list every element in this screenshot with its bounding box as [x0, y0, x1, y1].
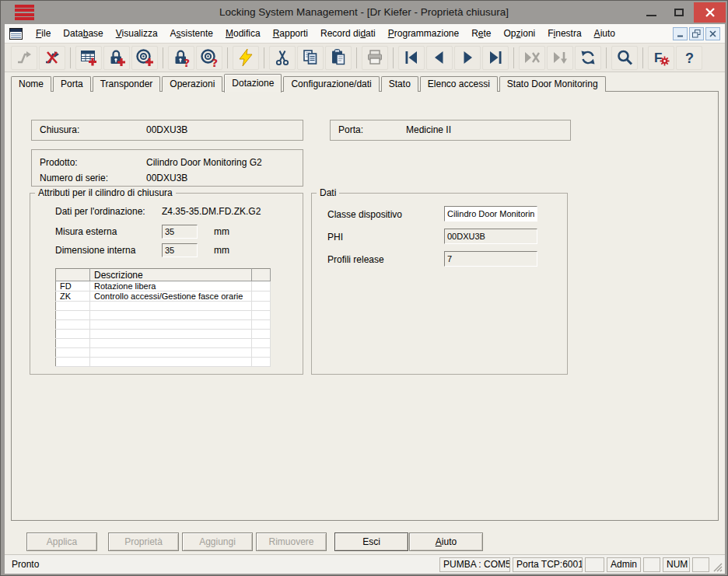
next-record-icon[interactable] — [454, 46, 481, 70]
close-icon — [705, 7, 716, 18]
svg-text:?: ? — [184, 57, 190, 68]
phi-input[interactable] — [444, 229, 537, 244]
menu-visualizza[interactable]: Visualizza — [110, 26, 164, 41]
ordinazione-label: Dati per l'ordinazione: — [55, 206, 145, 217]
menubar: File Database Visualizza Assistente Modi… — [5, 24, 725, 44]
menu-modifica[interactable]: Modifica — [219, 26, 267, 41]
mdi-close-button[interactable] — [705, 27, 720, 40]
menu-file[interactable]: File — [30, 26, 57, 41]
attr-desc: Controllo accessi/Gestione fasce orarie — [90, 291, 252, 302]
maximize-button[interactable] — [667, 1, 691, 24]
prodotto-value: Cilindro Door Monitoring G2 — [146, 155, 262, 170]
minimize-button[interactable] — [639, 1, 663, 24]
esci-button[interactable]: Esci — [334, 532, 408, 551]
close-button[interactable] — [694, 2, 726, 23]
dimensione-interna-input[interactable] — [162, 243, 198, 257]
new-locking-system-icon[interactable] — [75, 46, 102, 70]
maximize-icon — [674, 9, 684, 16]
resize-grip[interactable] — [712, 557, 723, 572]
new-transponder-icon[interactable] — [131, 46, 158, 70]
menu-opzioni[interactable]: Opzioni — [498, 26, 542, 41]
tab-transponder[interactable]: Transponder — [93, 76, 161, 92]
toolbar-separator — [513, 47, 514, 68]
menu-programmazione[interactable]: Programmazione — [382, 26, 465, 41]
menu-finestra[interactable]: Finestra — [541, 26, 587, 41]
profili-release-input[interactable] — [444, 251, 537, 267]
read-transponder-icon[interactable]: ? — [196, 46, 222, 70]
mdi-minimize-button[interactable] — [673, 27, 688, 40]
mdi-restore-button[interactable] — [689, 27, 704, 40]
menu-aiuto[interactable]: Aiuto — [588, 26, 621, 41]
new-lock-icon[interactable] — [103, 46, 130, 70]
table-row-empty — [56, 358, 271, 367]
classe-dispositivo-input[interactable] — [444, 206, 537, 222]
table-row[interactable]: FD Rotazione libera — [56, 281, 271, 291]
tab-configurazione-dati[interactable]: Configurazione/dati — [283, 76, 379, 92]
dialog-area: Nome Porta Transponder Operazioni Dotazi… — [5, 72, 725, 554]
cut-icon[interactable] — [269, 46, 296, 70]
app-logo-icon — [15, 5, 34, 20]
rimuovere-button: Rimuovere — [256, 532, 327, 551]
program-flash-icon[interactable] — [233, 46, 259, 70]
aggiungi-button: Aggiungi — [182, 532, 253, 551]
filter-settings-icon[interactable]: F — [648, 46, 674, 70]
statusbar: Pronto PUMBA : COM5 Porta TCP:6001 Admin… — [5, 554, 725, 574]
table-row[interactable]: ZK Controllo accessi/Gestione fasce orar… — [56, 291, 271, 302]
toolbar-separator — [606, 47, 607, 68]
prodotto-label: Prodotto: — [40, 155, 78, 170]
misura-esterna-input[interactable] — [162, 225, 198, 239]
status-user: Admin — [607, 557, 641, 572]
toolbar-separator — [227, 47, 228, 68]
titlebar: Locking System Management - [Dr Kiefer -… — [1, 1, 727, 24]
col-extra-header — [252, 269, 271, 281]
porta-value: Medicine II — [406, 120, 451, 140]
menu-assistente[interactable]: Assistente — [164, 26, 219, 41]
commit-record-icon — [547, 46, 573, 70]
prev-record-icon[interactable] — [426, 46, 453, 70]
proprieta-button: Proprietà — [108, 532, 179, 551]
applica-button: Applica — [26, 532, 97, 551]
menu-rete[interactable]: Rete — [465, 26, 497, 41]
read-lock-icon[interactable]: ? — [168, 46, 194, 70]
tab-porta[interactable]: Porta — [53, 76, 91, 92]
paste-icon[interactable] — [325, 46, 352, 70]
tab-nome[interactable]: Nome — [11, 76, 51, 92]
dati-group: Dati Classe dispositivo PHI Profili rele… — [311, 193, 568, 375]
col-code-header — [56, 269, 90, 281]
last-record-icon[interactable] — [482, 46, 509, 70]
search-icon[interactable] — [611, 46, 638, 70]
tab-stato-door-monitoring[interactable]: Stato Door Monitoring — [499, 76, 606, 92]
status-empty-cell — [643, 557, 660, 572]
tab-page-dotazione: Chiusura: 00DXU3B Porta: Medicine II Pro… — [11, 91, 719, 521]
svg-text:F: F — [654, 51, 662, 65]
tab-elenco-accessi[interactable]: Elenco accessi — [420, 76, 498, 92]
toolbar: ? ? — [5, 44, 725, 72]
numero-serie-label: Numero di serie: — [40, 170, 108, 186]
mdi-system-menu-icon[interactable] — [9, 28, 25, 40]
chiusura-value: 00DXU3B — [146, 120, 187, 140]
refresh-icon[interactable] — [575, 46, 601, 70]
menu-rapporti[interactable]: Rapporti — [267, 26, 314, 41]
tab-dotazione[interactable]: Dotazione — [224, 74, 282, 93]
menu-record-didati[interactable]: Record didati — [314, 26, 382, 41]
disconnect-icon[interactable] — [39, 46, 65, 70]
table-row-empty — [56, 348, 271, 358]
attributi-group-title: Attributi per il cilindro di chiusura — [35, 187, 176, 198]
aiuto-button[interactable]: Aiuto — [409, 532, 483, 551]
help-icon[interactable]: ? — [676, 46, 702, 70]
copy-icon[interactable] — [297, 46, 324, 70]
dati-group-title: Dati — [317, 187, 339, 198]
menu-database[interactable]: Database — [57, 26, 109, 41]
numero-serie-value: 00DXU3B — [146, 170, 187, 186]
col-descrizione-header: Descrizione — [90, 269, 252, 281]
status-com-port: PUMBA : COM5 — [439, 557, 510, 572]
toolbar-separator — [356, 47, 357, 68]
ordinazione-value: Z4.35-35.DM.FD.ZK.G2 — [162, 206, 261, 217]
attributes-table-header: Descrizione — [56, 269, 271, 281]
tab-operazioni[interactable]: Operazioni — [162, 76, 222, 92]
table-row-empty — [56, 320, 271, 330]
tab-stato[interactable]: Stato — [381, 76, 418, 92]
first-record-icon[interactable] — [398, 46, 425, 70]
mdi-restore-icon — [692, 30, 701, 38]
status-tcp-port: Porta TCP:6001 — [513, 557, 583, 572]
